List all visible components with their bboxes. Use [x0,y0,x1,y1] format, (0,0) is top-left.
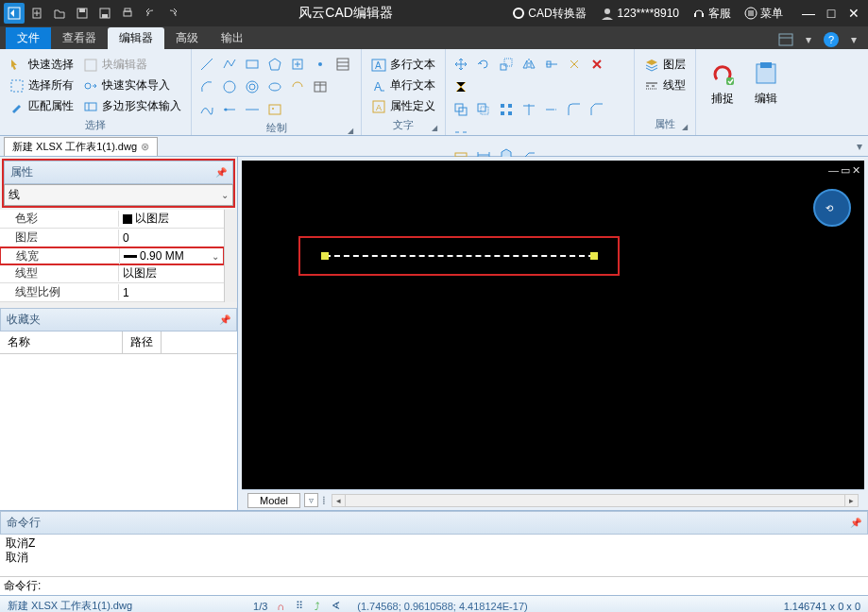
linetype-button[interactable]: 线型 [640,76,689,95]
tab-editor[interactable]: 编辑器 [108,27,164,49]
document-tab[interactable]: 新建 XLSX 工作表1(1).dwg ⊗ [4,137,158,156]
pin-icon[interactable]: 📌 [850,518,861,528]
ring-icon[interactable] [243,77,262,96]
scroll-left-icon[interactable]: ◂ [332,495,346,506]
table-icon[interactable] [311,77,330,96]
rotate-icon[interactable] [474,55,493,74]
chevron-down-icon[interactable]: ⌄ [212,251,219,262]
ortho-toggle-icon[interactable]: ⤴ [313,601,322,612]
tab-output[interactable]: 输出 [210,27,255,49]
new-button[interactable] [26,3,47,24]
undo-button[interactable] [140,3,161,24]
image-icon[interactable] [265,100,284,119]
col-path[interactable]: 路径 [123,332,162,353]
group-draw-expand[interactable]: ◢ [348,127,353,135]
xline-icon[interactable] [243,100,262,119]
match-props-button[interactable]: 匹配属性 [6,96,77,116]
prop-row-color[interactable]: 色彩 以图层 [0,210,224,229]
doctab-overflow[interactable]: ▾ [857,140,862,153]
arc-icon[interactable] [197,77,216,96]
chamfer-icon[interactable] [587,100,606,119]
minimize-button[interactable]: — [798,3,819,24]
ray-icon[interactable] [220,100,239,119]
point-icon[interactable] [311,55,330,74]
close-button[interactable]: ✕ [843,3,864,24]
align-icon[interactable] [542,55,561,74]
scroll-right-icon[interactable]: ▸ [844,495,858,506]
prop-row-ltscale[interactable]: 线型比例 1 [0,283,224,302]
cad-converter-button[interactable]: CAD转换器 [508,4,589,24]
prop-row-lineweight[interactable]: 线宽 0.90 MM⌄ [0,246,225,265]
canvas-min-icon[interactable]: — [828,164,839,177]
help-button[interactable]: ? [821,30,842,49]
quick-select-button[interactable]: 快速选择 [6,55,77,75]
rect-icon[interactable] [243,55,262,74]
model-tab[interactable]: Model [247,493,300,508]
move-icon[interactable] [451,55,470,74]
horizontal-scrollbar[interactable]: ◂ ▸ [332,494,859,507]
maximize-button[interactable]: □ [821,3,842,24]
save-button[interactable] [72,3,93,24]
mirror-icon[interactable] [519,55,538,74]
saveas-button[interactable] [94,3,115,24]
redo-button[interactable] [162,3,183,24]
pin-icon[interactable]: 📌 [219,314,230,325]
hatch-icon[interactable] [333,55,352,74]
single-text-button[interactable]: A单行文本 [367,76,439,95]
command-input[interactable] [44,578,868,595]
select-all-button[interactable]: 选择所有 [6,76,77,95]
view-cube[interactable]: ⟲ [813,189,851,227]
multiline-text-button[interactable]: A多行文本 [367,55,439,75]
chevron-down-icon[interactable]: ⌄ [221,190,229,200]
polyline-icon[interactable] [220,55,239,74]
open-button[interactable] [49,3,70,24]
drawn-line[interactable] [325,255,594,257]
array-icon[interactable] [497,100,516,119]
copy-icon[interactable] [451,100,470,119]
smash-icon[interactable] [451,77,470,96]
explode-icon[interactable] [565,55,584,74]
canvas-max-icon[interactable]: ▭ [841,164,850,177]
spline-icon[interactable] [197,100,216,119]
edit-button[interactable]: 编辑 [745,55,787,110]
help-dropdown[interactable]: ▾ [843,30,864,49]
support-button[interactable]: 客服 [689,4,735,24]
fillet-icon[interactable] [565,100,584,119]
props-scrollbar[interactable] [224,210,237,302]
properties-selector[interactable]: 线 ⌄ [4,184,233,206]
attr-def-button[interactable]: A属性定义 [367,96,439,116]
arc3-icon[interactable] [288,77,307,96]
erase-icon[interactable] [587,55,606,74]
drawing-canvas[interactable]: — ▭ ✕ ⟲ [242,161,864,489]
user-account[interactable]: 123****8910 [596,4,683,23]
insert-icon[interactable] [288,55,307,74]
layout-icon[interactable] [775,30,796,49]
layout-dropdown[interactable]: ▿ [304,493,318,507]
tab-viewer[interactable]: 查看器 [51,27,108,49]
canvas-close-icon[interactable]: ✕ [852,164,860,177]
extend-icon[interactable] [542,100,561,119]
circle-icon[interactable] [220,77,239,96]
line-icon[interactable] [197,55,216,74]
poly-input-button[interactable]: 多边形实体输入 [79,96,185,116]
document-tab-close[interactable]: ⊗ [141,141,149,153]
pin-icon[interactable]: 📌 [215,167,227,178]
dropdown-icon[interactable]: ▾ [798,30,819,49]
ellipse-icon[interactable] [265,77,284,96]
prop-row-layer[interactable]: 图层 0 [0,229,224,247]
group-text-expand[interactable]: ◢ [432,124,437,132]
offset-icon[interactable] [474,100,493,119]
tab-file[interactable]: 文件 [6,27,51,49]
snap-toggle-icon[interactable]: ∩ [275,601,286,612]
print-button[interactable] [117,3,138,24]
trim-icon[interactable] [519,100,538,119]
grid-toggle-icon[interactable]: ⠿ [294,600,305,612]
break-icon[interactable] [451,123,470,142]
app-menu-button[interactable] [4,3,25,24]
menu-button[interactable]: 菜单 [740,4,787,24]
tab-advanced[interactable]: 高级 [164,27,210,49]
snap-button[interactable]: 捕捉 [702,55,743,110]
scale-icon[interactable] [497,55,516,74]
layer-button[interactable]: 图层 [640,55,689,75]
polar-toggle-icon[interactable]: ∢ [330,600,342,612]
